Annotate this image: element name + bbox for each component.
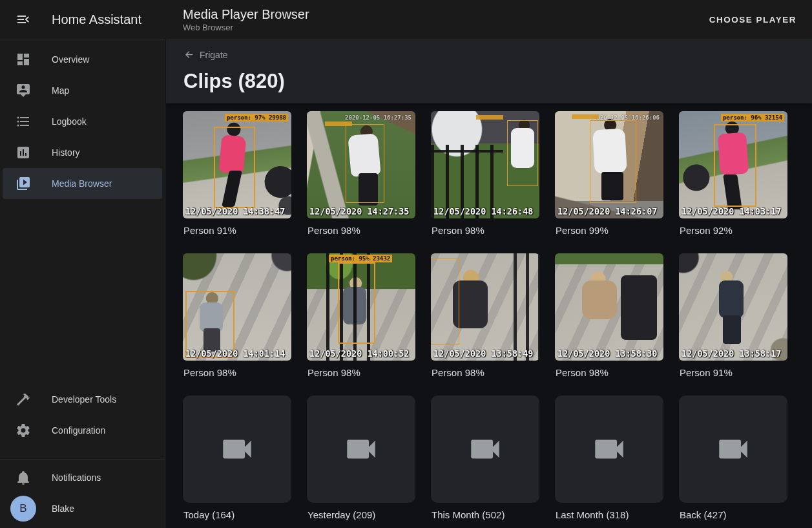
clip-card[interactable]: 12/05/2020 14:01:14 Person 98% bbox=[183, 253, 291, 396]
folder-card-back[interactable]: Back (427) bbox=[679, 396, 787, 528]
sidebar-item-overview[interactable]: Overview bbox=[3, 44, 162, 75]
folder-card-yesterday[interactable]: Yesterday (209) bbox=[307, 396, 415, 528]
clip-card[interactable]: 2020-12-05 16:27:35 12/05/2020 14:27:35 … bbox=[307, 111, 415, 253]
app-title: Home Assistant bbox=[52, 12, 141, 27]
clip-timestamp: 12/05/2020 14:00:52 bbox=[309, 348, 409, 359]
clip-caption: Person 98% bbox=[183, 366, 291, 379]
page-title: Media Player Browser bbox=[183, 6, 309, 22]
detection-chip bbox=[572, 114, 599, 119]
clip-card[interactable]: person: 97% 29988 12/05/2020 14:38:47 Pe… bbox=[183, 111, 291, 253]
clip-timestamp: 12/05/2020 14:38:47 bbox=[185, 206, 285, 217]
video-icon bbox=[714, 430, 752, 468]
clip-caption: Person 98% bbox=[556, 366, 663, 379]
sidebar-item-label: History bbox=[52, 147, 80, 158]
clip-thumbnail[interactable]: 12/05/2020 13:58:30 bbox=[555, 253, 663, 361]
clip-card[interactable]: 12/05/2020 13:58:49 Person 98% bbox=[431, 253, 539, 396]
clip-timestamp: 12/05/2020 14:26:07 bbox=[557, 206, 657, 217]
clip-caption: Person 99% bbox=[556, 224, 663, 237]
clips-grid: person: 97% 29988 12/05/2020 14:38:47 Pe… bbox=[166, 103, 812, 528]
sidebar-item-user[interactable]: B Blake bbox=[3, 493, 162, 524]
folder-label: Back (427) bbox=[680, 509, 787, 521]
sidebar: Overview Map Logbook History Media Brows… bbox=[0, 39, 165, 528]
choose-player-button[interactable]: CHOOSE PLAYER bbox=[704, 10, 802, 30]
detection-label: person: 95% 23432 bbox=[329, 255, 392, 262]
clip-card[interactable]: person: 96% 32154 12/05/2020 14:03:17 Pe… bbox=[679, 111, 787, 253]
media-browser-header: Frigate Clips (820) bbox=[166, 39, 812, 103]
avatar: B bbox=[10, 496, 36, 522]
hammer-icon bbox=[16, 392, 31, 407]
folder-thumbnail[interactable] bbox=[679, 396, 787, 503]
app-bar: Home Assistant Media Player Browser Web … bbox=[0, 0, 812, 39]
clip-thumbnail[interactable]: person: 96% 32154 12/05/2020 14:03:17 bbox=[679, 111, 787, 218]
app-bar-left: Home Assistant bbox=[0, 6, 165, 32]
sidebar-spacer bbox=[0, 199, 165, 384]
detection-chip bbox=[476, 115, 503, 120]
video-icon bbox=[342, 430, 380, 468]
sidebar-item-label: Media Browser bbox=[52, 178, 112, 189]
sidebar-item-media-browser[interactable]: Media Browser bbox=[3, 168, 162, 199]
clip-card[interactable]: 12/05/2020 13:58:17 Person 91% bbox=[679, 253, 787, 396]
breadcrumb-label: Frigate bbox=[200, 50, 228, 60]
detection-bbox bbox=[346, 124, 384, 203]
menu-open-button[interactable] bbox=[10, 6, 36, 32]
clip-timestamp: 12/05/2020 14:01:14 bbox=[185, 348, 285, 359]
clip-thumbnail[interactable]: person: 95% 23432 12/05/2020 14:00:52 bbox=[307, 253, 415, 361]
folder-card-today[interactable]: Today (164) bbox=[183, 396, 291, 528]
sidebar-divider bbox=[0, 459, 165, 459]
view-dashboard-icon bbox=[16, 52, 31, 67]
sidebar-item-configuration[interactable]: Configuration bbox=[3, 415, 162, 446]
clip-card[interactable]: 12/05/2020 14:26:48 Person 98% bbox=[431, 111, 539, 253]
sidebar-item-developer-tools[interactable]: Developer Tools bbox=[3, 384, 162, 415]
format-list-bulleted-icon bbox=[16, 114, 31, 129]
clip-thumbnail[interactable]: person: 97% 29988 12/05/2020 14:38:47 bbox=[183, 111, 291, 218]
clip-timestamp: 12/05/2020 14:03:17 bbox=[682, 206, 781, 217]
clip-card[interactable]: person: 95% 23432 12/05/2020 14:00:52 Pe… bbox=[307, 253, 415, 396]
clip-caption: Person 98% bbox=[432, 366, 539, 379]
breadcrumb-back-button[interactable]: Frigate bbox=[183, 49, 228, 60]
clip-thumbnail[interactable]: 12/05/2020 13:58:17 bbox=[679, 253, 787, 361]
clip-thumbnail[interactable]: 2020-12-05 16:26:06 12/05/2020 14:26:07 bbox=[555, 111, 663, 218]
section-title: Clips (820) bbox=[183, 69, 795, 94]
clip-timestamp: 12/05/2020 13:58:30 bbox=[557, 348, 657, 359]
play-box-multiple-icon bbox=[16, 176, 31, 191]
video-icon bbox=[590, 430, 628, 468]
folder-label: Today (164) bbox=[183, 509, 291, 521]
page-subtitle: Web Browser bbox=[183, 22, 309, 33]
detection-bbox bbox=[714, 124, 756, 207]
sidebar-item-map[interactable]: Map bbox=[3, 75, 162, 106]
clip-thumbnail[interactable]: 2020-12-05 16:27:35 12/05/2020 14:27:35 bbox=[307, 111, 415, 218]
sidebar-item-history[interactable]: History bbox=[3, 137, 162, 168]
folder-thumbnail[interactable] bbox=[555, 396, 663, 503]
video-icon bbox=[218, 430, 256, 468]
folder-thumbnail[interactable] bbox=[183, 396, 291, 503]
clip-caption: Person 91% bbox=[680, 366, 787, 379]
sidebar-item-label: Notifications bbox=[52, 472, 101, 483]
clip-thumbnail[interactable]: 12/05/2020 14:01:14 bbox=[183, 253, 291, 361]
arrow-left-icon bbox=[183, 49, 194, 60]
clip-thumbnail[interactable]: 12/05/2020 14:26:48 bbox=[431, 111, 539, 218]
poll-box-icon bbox=[16, 145, 31, 160]
clip-card[interactable]: 2020-12-05 16:26:06 12/05/2020 14:26:07 … bbox=[555, 111, 663, 253]
folder-thumbnail[interactable] bbox=[431, 396, 539, 503]
clip-caption: Person 98% bbox=[307, 224, 415, 237]
clip-caption: Person 98% bbox=[432, 224, 539, 237]
tooltip-account-icon bbox=[16, 83, 31, 98]
folder-card-last-month[interactable]: Last Month (318) bbox=[555, 396, 663, 528]
clip-timestamp: 12/05/2020 14:27:35 bbox=[309, 206, 409, 217]
bell-icon bbox=[16, 470, 31, 485]
detection-bbox bbox=[338, 262, 375, 344]
folder-card-this-month[interactable]: This Month (502) bbox=[431, 396, 539, 528]
clip-timestamp: 12/05/2020 13:58:49 bbox=[433, 348, 533, 359]
detection-bbox bbox=[590, 120, 636, 203]
sidebar-item-notifications[interactable]: Notifications bbox=[3, 462, 162, 493]
user-name: Blake bbox=[52, 503, 74, 514]
detection-bbox bbox=[214, 127, 255, 208]
detection-label: person: 96% 32154 bbox=[721, 114, 784, 121]
sidebar-item-logbook[interactable]: Logbook bbox=[3, 106, 162, 137]
clip-caption: Person 91% bbox=[183, 224, 291, 237]
sidebar-item-label: Developer Tools bbox=[52, 394, 116, 405]
sidebar-item-label: Map bbox=[52, 85, 69, 96]
clip-card[interactable]: 12/05/2020 13:58:30 Person 98% bbox=[555, 253, 663, 396]
folder-thumbnail[interactable] bbox=[307, 396, 415, 503]
clip-thumbnail[interactable]: 12/05/2020 13:58:49 bbox=[431, 253, 539, 361]
